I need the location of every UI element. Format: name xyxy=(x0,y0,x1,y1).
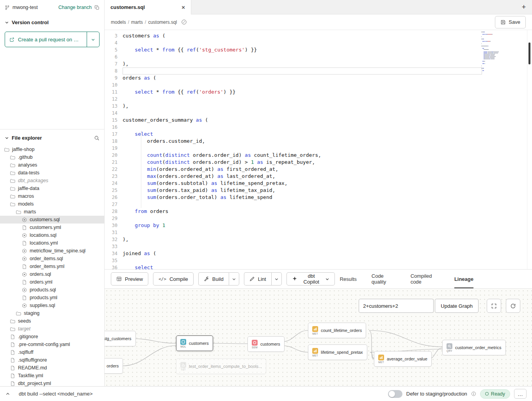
change-branch-link[interactable]: Change branch xyxy=(59,5,92,10)
lineage-node[interactable]: MDLcustomers xyxy=(176,335,213,351)
tree-item[interactable]: supplies.sql xyxy=(0,302,104,309)
save-button[interactable]: Save xyxy=(495,16,526,28)
code-line[interactable]: 18 orders.customer_id, xyxy=(105,138,532,145)
minimap[interactable] xyxy=(481,32,511,71)
tree-item[interactable]: seeds xyxy=(0,317,104,325)
scrollbar-thumb[interactable] xyxy=(528,43,530,64)
build-button[interactable]: Build xyxy=(198,272,229,286)
preview-button[interactable]: Preview xyxy=(111,272,148,286)
code-line[interactable]: 13), xyxy=(105,103,532,110)
info-icon[interactable] xyxy=(471,391,476,396)
tree-item[interactable]: metricflow_time_spine.sql xyxy=(0,247,104,255)
tree-item[interactable]: target xyxy=(0,325,104,333)
lineage-node[interactable]: TSTtest_order_items_compute_to_bools... xyxy=(176,358,266,374)
refresh-button[interactable] xyxy=(506,299,520,313)
panel-tab-compiled-code[interactable]: Compiled code xyxy=(411,270,439,288)
code-line[interactable]: 22 min(orders.ordered_at) as first_order… xyxy=(105,166,532,173)
panel-tab-lineage[interactable]: Lineage xyxy=(454,270,473,288)
tree-item[interactable]: .gitignore xyxy=(0,333,104,341)
code-line[interactable]: 11 select * from {{ ref('orders') }} xyxy=(105,89,532,96)
code-line[interactable]: 8 xyxy=(105,67,532,75)
lineage-node[interactable]: MDLorders xyxy=(105,358,123,374)
file-explorer-header[interactable]: File explorer xyxy=(0,135,104,145)
tree-item[interactable]: products.sql xyxy=(0,286,104,294)
code-editor[interactable]: 3customers as (45 select * from {{ ref('… xyxy=(105,30,532,269)
code-line[interactable]: 5 select * from {{ ref('stg_customers') … xyxy=(105,46,532,53)
defer-toggle[interactable] xyxy=(388,390,402,398)
code-line[interactable]: 4 xyxy=(105,39,532,46)
compile-button[interactable]: </> Compile xyxy=(153,272,194,286)
version-control-header[interactable]: Version control xyxy=(5,20,100,25)
tree-item[interactable]: order_items.sql xyxy=(0,255,104,263)
panel-tab-code-quality[interactable]: Code quality xyxy=(372,270,396,288)
dbt-copilot-button[interactable]: dbt Copilot xyxy=(286,272,335,286)
breadcrumb-item[interactable]: customers.sql xyxy=(148,20,177,25)
tree-item[interactable]: customers.sql xyxy=(0,216,104,224)
code-line[interactable]: 17 select xyxy=(105,131,532,138)
code-line[interactable]: 10 xyxy=(105,82,532,89)
tree-item[interactable]: models xyxy=(0,200,104,208)
code-line[interactable]: 36 select xyxy=(105,264,532,269)
tree-item[interactable]: jaffle-shop xyxy=(0,145,104,153)
code-line[interactable]: 24 sum(orders.subtotal) as lifetime_spen… xyxy=(105,180,532,187)
close-icon[interactable]: × xyxy=(181,4,185,11)
code-line[interactable]: 9orders as ( xyxy=(105,75,532,82)
tree-item[interactable]: order_items.yml xyxy=(0,263,104,270)
lineage-node[interactable]: SEMcustomers xyxy=(247,336,285,352)
code-line[interactable]: 32), xyxy=(105,236,532,243)
code-line[interactable]: 25 sum(orders.tax_paid) as lifetime_tax_… xyxy=(105,187,532,194)
code-line[interactable]: 27 xyxy=(105,201,532,208)
tree-item[interactable]: analyses xyxy=(0,161,104,169)
code-line[interactable]: 20 count(distinct orders.order_id) as co… xyxy=(105,152,532,159)
code-line[interactable]: 7), xyxy=(105,60,532,67)
tree-item[interactable]: locations.sql xyxy=(0,231,104,239)
more-options-button[interactable]: … xyxy=(514,389,527,399)
code-line[interactable]: 29 xyxy=(105,215,532,222)
code-line[interactable]: 12 xyxy=(105,96,532,103)
editor-scrollbar[interactable] xyxy=(527,30,532,269)
lineage-node[interactable]: QRYcustomer_order_metrics xyxy=(442,340,506,355)
tree-item[interactable]: dbt_packages xyxy=(0,177,104,185)
status-badge[interactable]: Ready xyxy=(480,389,510,399)
tree-item[interactable]: Taskfile.yml xyxy=(0,372,104,380)
code-line[interactable]: 23 max(orders.ordered_at) as last_ordere… xyxy=(105,173,532,180)
lineage-search-input[interactable] xyxy=(359,299,434,313)
create-pr-button[interactable]: Create a pull request on Git... xyxy=(5,32,100,47)
tree-item[interactable]: .sqlfluffignore xyxy=(0,356,104,364)
fullscreen-button[interactable] xyxy=(487,299,501,313)
tree-item[interactable]: macros xyxy=(0,192,104,200)
tree-item[interactable]: orders.yml xyxy=(0,278,104,286)
tree-item[interactable]: products.yml xyxy=(0,294,104,302)
tree-item[interactable]: jaffle-data xyxy=(0,185,104,192)
code-line[interactable]: 28 from orders xyxy=(105,208,532,215)
code-line[interactable]: 3customers as ( xyxy=(105,32,532,39)
panel-tab-results[interactable]: Results xyxy=(340,270,356,288)
code-line[interactable]: 35 xyxy=(105,257,532,264)
search-icon[interactable] xyxy=(94,135,100,141)
code-line[interactable]: 21 count(distinct orders.order_id) > 1 a… xyxy=(105,159,532,166)
tab-customers-sql[interactable]: customers.sql × xyxy=(105,0,191,14)
breadcrumb-item[interactable]: models xyxy=(111,20,126,25)
copy-icon[interactable] xyxy=(94,5,100,10)
tree-item[interactable]: customers.yml xyxy=(0,224,104,231)
tree-item[interactable]: data-tests xyxy=(0,169,104,177)
code-line[interactable]: 33 xyxy=(105,243,532,250)
tree-item[interactable]: orders.sql xyxy=(0,270,104,278)
build-dropdown-button[interactable] xyxy=(229,272,239,286)
tree-item[interactable]: .pre-commit-config.yaml xyxy=(0,341,104,348)
tree-item[interactable]: locations.yml xyxy=(0,239,104,247)
lint-status-icon[interactable] xyxy=(181,19,187,25)
lineage-node[interactable]: MDLstg_customers xyxy=(105,331,136,346)
code-line[interactable]: 31 xyxy=(105,229,532,236)
code-line[interactable]: 6 xyxy=(105,53,532,60)
new-tab-button[interactable]: + xyxy=(516,0,532,14)
tree-item[interactable]: .sqlfluff xyxy=(0,348,104,356)
lineage-node[interactable]: METlifetime_spend_pretax xyxy=(308,344,367,360)
code-line[interactable]: 15customer_orders_summary as ( xyxy=(105,117,532,124)
lint-dropdown-button[interactable] xyxy=(271,272,282,286)
tree-item[interactable]: staging xyxy=(0,309,104,317)
update-graph-button[interactable]: Update Graph xyxy=(435,299,479,313)
code-line[interactable]: 30 group by 1 xyxy=(105,222,532,229)
code-line[interactable]: 26 sum(orders.order_total) as lifetime_s… xyxy=(105,194,532,201)
lineage-node[interactable]: METcount_lifetime_orders xyxy=(308,323,366,338)
